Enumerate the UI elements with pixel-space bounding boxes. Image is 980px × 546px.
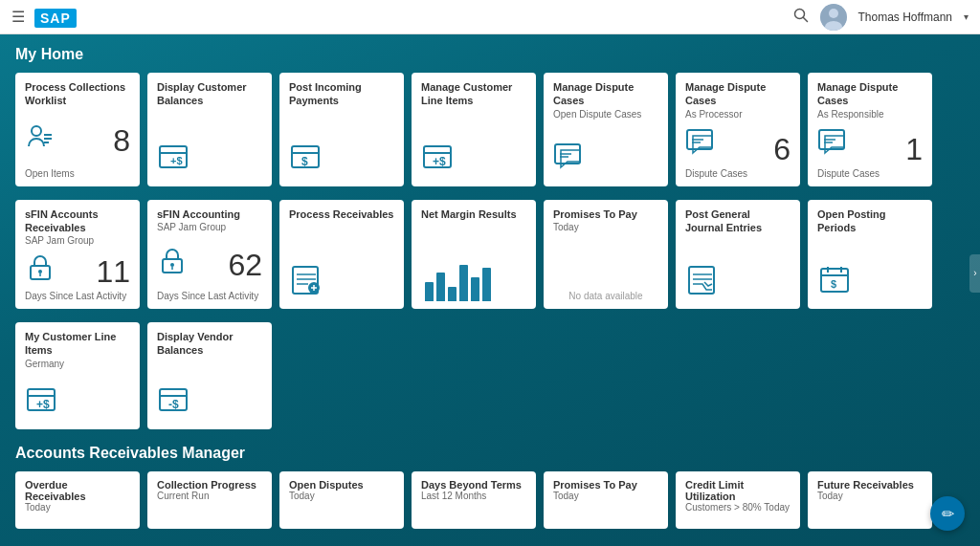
tile-subtitle: Open Dispute Cases (553, 109, 658, 120)
tile-credit-limit[interactable]: Credit Limit Utilization Customers > 80%… (676, 471, 800, 529)
tile-post-general[interactable]: Post General Journal Entries (676, 200, 800, 310)
posting-periods-icon: $ (817, 263, 852, 301)
tile-title: Future Receivables (817, 479, 923, 491)
tile-title: Days Beyond Terms (421, 479, 526, 491)
tile-title: Manage Customer Line Items (421, 80, 526, 108)
tile-promises-pay-today[interactable]: Promises To Pay Today (544, 471, 668, 529)
tile-sfin-accounting[interactable]: sFIN Accounting SAP Jam Group 62 Days Si… (147, 200, 272, 310)
tile-open-posting[interactable]: Open Posting Periods $ (808, 200, 932, 310)
svg-text:+$: +$ (170, 155, 183, 166)
tile-manage-dispute-processor[interactable]: Manage Dispute Cases As Processor 6 Disp… (676, 73, 800, 186)
tile-title: sFIN Accounts Receivables (25, 207, 130, 235)
chart-bar (425, 282, 434, 301)
tile-subtitle: SAP Jam Group (25, 235, 130, 247)
tile-overdue-receivables[interactable]: Overdue Receivables Today (15, 471, 140, 529)
sap-logo: SAP (34, 6, 77, 28)
tile-title: Promises To Pay (553, 479, 658, 491)
tile-process-receivables[interactable]: Process Receivables (279, 200, 404, 310)
svg-text:-$: -$ (168, 398, 179, 411)
tile-manage-dispute-open[interactable]: Manage Dispute Cases Open Dispute Cases (544, 73, 668, 186)
accounts-recv-tiles: Overdue Receivables Today Collection Pro… (15, 471, 965, 529)
display-balances-icon: +$ (157, 141, 191, 179)
tile-subtitle: Last 12 Months (421, 491, 526, 501)
tile-title: Promises To Pay (553, 207, 658, 221)
tile-subtitle: Today (553, 491, 658, 501)
my-home-row3: My Customer Line Items Germany +$ Displa… (15, 322, 965, 429)
tile-number: 62 (228, 250, 262, 280)
tile-subtitle: As Responsible (817, 109, 923, 120)
tile-footer: Days Since Last Activity (25, 291, 130, 301)
tile-my-customer-line[interactable]: My Customer Line Items Germany +$ (15, 322, 140, 429)
tile-subtitle: Germany (25, 359, 130, 370)
line-items-icon: +$ (421, 141, 456, 179)
chart-bar (459, 265, 468, 301)
tile-days-beyond-terms[interactable]: Days Beyond Terms Last 12 Months (412, 471, 536, 529)
svg-point-3 (829, 9, 838, 18)
tile-collection-progress[interactable]: Collection Progress Current Run (147, 471, 272, 529)
tile-title: Overdue Receivables (25, 479, 130, 502)
search-icon[interactable] (793, 8, 809, 27)
svg-text:$: $ (301, 155, 308, 168)
tile-title: Display Customer Balances (157, 80, 262, 108)
incoming-payments-icon: $ (289, 141, 323, 179)
tile-title: Process Receivables (289, 207, 394, 221)
tile-title: Display Vendor Balances (157, 330, 262, 358)
tile-title: sFIN Accounting (157, 207, 262, 221)
svg-text:$: $ (831, 278, 836, 290)
tile-subtitle: Customers > 80% Today (685, 502, 791, 513)
tile-title: Manage Dispute Cases (553, 80, 658, 108)
chart-bar (436, 273, 445, 301)
vendor-balances-icon: -$ (157, 383, 191, 422)
tile-number: 8 (113, 125, 130, 156)
tile-manage-customer-line[interactable]: Manage Customer Line Items +$ (412, 73, 536, 186)
tile-number: 6 (773, 134, 791, 164)
avatar[interactable] (820, 4, 847, 31)
tile-future-receivables[interactable]: Future Receivables Today (808, 471, 932, 529)
receivables-icon (289, 263, 323, 301)
dispute-responsible-icon (817, 126, 852, 164)
tile-title: Net Margin Results (421, 207, 526, 221)
my-home-row2: sFIN Accounts Receivables SAP Jam Group … (15, 200, 965, 310)
hamburger-menu-icon[interactable]: ☰ (11, 8, 25, 26)
tile-title: Post General Journal Entries (685, 207, 791, 235)
tile-footer: Dispute Cases (817, 168, 923, 179)
side-panel-toggle[interactable]: › (969, 254, 980, 293)
my-home-row1: Process Collections Worklist 8 Open Item… (15, 73, 965, 186)
tile-post-incoming-payments[interactable]: Post Incoming Payments $ (279, 73, 404, 186)
tile-manage-dispute-responsible[interactable]: Manage Dispute Cases As Responsible 1 Di… (808, 73, 932, 186)
tile-title: Open Disputes (289, 479, 394, 491)
tile-title: Process Collections Worklist (25, 80, 130, 108)
tile-sfin-ar[interactable]: sFIN Accounts Receivables SAP Jam Group … (15, 200, 140, 310)
tile-title: Credit Limit Utilization (685, 479, 791, 502)
tile-number: 1 (905, 134, 923, 164)
top-navigation: ☰ SAP Thomas Hoffmann ▾ (0, 0, 980, 34)
lock-icon (157, 246, 188, 280)
svg-point-5 (32, 126, 41, 136)
dispute-processor-icon (685, 126, 720, 164)
edit-button[interactable]: ✏ (930, 496, 965, 531)
chart-bar (482, 268, 491, 301)
tile-net-margin[interactable]: Net Margin Results (412, 200, 536, 310)
svg-line-1 (803, 17, 807, 21)
tile-title: Manage Dispute Cases (817, 80, 923, 108)
tile-subtitle: As Processor (685, 109, 791, 120)
tile-display-customer-balances[interactable]: Display Customer Balances +$ (147, 73, 272, 186)
tile-title: Collection Progress (157, 479, 262, 491)
user-menu-chevron-icon[interactable]: ▾ (964, 11, 969, 22)
tile-footer: Days Since Last Activity (157, 291, 262, 301)
chart-bar (471, 277, 479, 301)
nav-right-section: Thomas Hoffmann ▾ (793, 4, 969, 31)
customer-line-icon: +$ (25, 383, 59, 422)
tile-display-vendor[interactable]: Display Vendor Balances -$ (147, 322, 272, 429)
tile-open-disputes[interactable]: Open Disputes Today (279, 471, 404, 529)
tile-footer: Dispute Cases (685, 168, 791, 179)
tile-title: Post Incoming Payments (289, 80, 394, 108)
tile-subtitle: Today (289, 491, 394, 501)
my-home-section-title: My Home (15, 46, 965, 63)
tile-process-collections[interactable]: Process Collections Worklist 8 Open Item… (15, 73, 140, 186)
svg-point-31 (170, 263, 174, 267)
tile-promises-pay[interactable]: Promises To Pay Today No data available (544, 200, 668, 310)
user-name[interactable]: Thomas Hoffmann (858, 11, 953, 24)
accounts-recv-section-title: Accounts Receivables Manager (15, 445, 965, 462)
tile-subtitle: Current Run (157, 491, 262, 501)
